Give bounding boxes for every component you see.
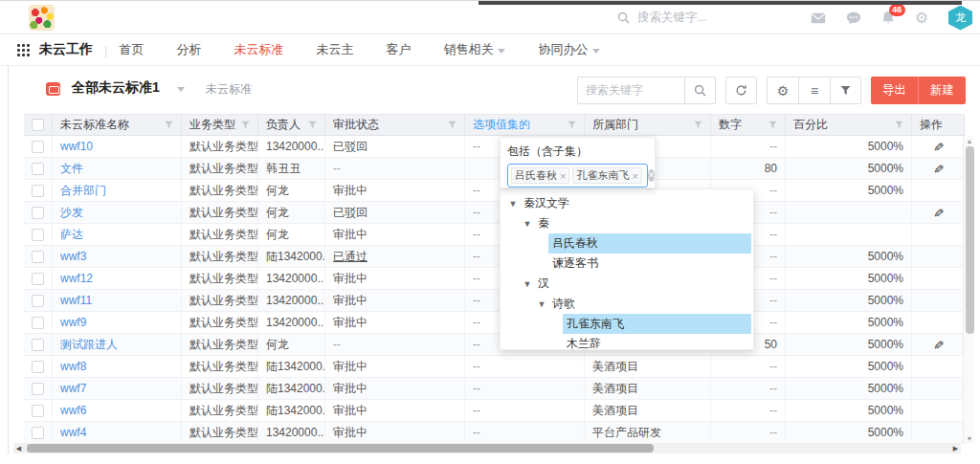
export-button[interactable]: 导出 xyxy=(871,77,919,104)
tree-collapse-icon[interactable]: ▼ xyxy=(521,279,534,289)
cell-name[interactable]: 文件 xyxy=(60,161,83,177)
row-checkbox[interactable] xyxy=(32,295,44,307)
chevron-down-icon[interactable] xyxy=(177,87,185,92)
column-header-pct[interactable]: 百分比 xyxy=(786,115,912,135)
gear-icon[interactable]: ⚙ xyxy=(915,11,928,26)
cell-name[interactable]: wwf12 xyxy=(60,272,93,285)
scroll-left-icon[interactable]: ◀ xyxy=(13,443,24,453)
cell-name[interactable]: wwf10 xyxy=(60,140,93,153)
nav-item-3[interactable]: 未云主 xyxy=(316,41,353,58)
remove-tag-icon[interactable]: × xyxy=(560,170,566,182)
tree-item-4[interactable]: ▼汉 xyxy=(501,274,753,294)
app-logo[interactable] xyxy=(29,5,55,31)
avatar[interactable]: 龙 xyxy=(948,6,972,31)
column-header-type[interactable]: 业务类型 xyxy=(182,115,258,135)
horizontal-scrollbar[interactable]: ◀ ▶ xyxy=(13,443,961,453)
column-header-approval[interactable]: 审批状态 xyxy=(325,115,465,135)
edit-pencil-icon[interactable]: ✎ xyxy=(930,141,946,152)
row-checkbox[interactable] xyxy=(32,251,44,263)
row-checkbox[interactable] xyxy=(32,185,44,197)
edit-pencil-icon[interactable]: ✎ xyxy=(930,163,946,174)
row-checkbox[interactable] xyxy=(32,141,44,153)
edit-pencil-icon[interactable]: ✎ xyxy=(930,339,946,350)
list-search-input[interactable]: 搜索关键字 xyxy=(577,77,684,104)
cell-name[interactable]: 测试跟进人 xyxy=(60,337,118,353)
edit-pencil-icon[interactable]: ✎ xyxy=(930,207,946,218)
nav-item-0[interactable]: 首页 xyxy=(119,41,144,58)
tree-collapse-icon[interactable]: ▼ xyxy=(535,299,548,309)
scroll-right-icon[interactable]: ▶ xyxy=(950,443,961,453)
row-checkbox[interactable] xyxy=(32,427,44,439)
tree-collapse-icon[interactable]: ▼ xyxy=(521,219,534,229)
nav-item-5[interactable]: 销售相关 xyxy=(443,41,505,58)
row-checkbox[interactable] xyxy=(32,273,44,285)
mail-icon[interactable] xyxy=(811,12,826,24)
tree-item-3[interactable]: 谏逐客书 xyxy=(501,254,753,274)
row-checkbox[interactable] xyxy=(32,383,44,395)
funnel-icon[interactable] xyxy=(308,121,317,129)
filter-button[interactable] xyxy=(830,77,861,104)
funnel-icon[interactable] xyxy=(694,121,702,129)
cell-name[interactable]: wwf8 xyxy=(60,360,86,373)
tree-item-2[interactable]: 吕氏春秋 xyxy=(501,233,753,254)
remove-tag-icon[interactable]: × xyxy=(632,170,637,182)
view-title[interactable]: 全部未云标准1 xyxy=(72,79,160,97)
refresh-button[interactable] xyxy=(725,77,757,104)
row-checkbox[interactable] xyxy=(32,163,44,175)
row-checkbox[interactable] xyxy=(32,317,44,329)
nav-item-6[interactable]: 协同办公 xyxy=(538,41,600,58)
tree-item-7[interactable]: 木兰辞 xyxy=(501,334,753,350)
row-checkbox[interactable] xyxy=(32,405,44,417)
tree-item-1[interactable]: ▼秦 xyxy=(501,213,753,233)
workspace-title[interactable]: 未云工作 xyxy=(39,41,93,58)
tree-collapse-icon[interactable]: ▼ xyxy=(506,199,520,209)
column-header-name[interactable]: 未云标准名称 xyxy=(53,115,182,135)
cell-name[interactable]: wwf4 xyxy=(60,426,86,439)
scroll-down-icon[interactable]: ▼ xyxy=(964,433,975,444)
column-header-owner[interactable]: 负责人 xyxy=(258,115,325,135)
filter-tag-input[interactable]: 吕氏春秋×孔雀东南飞× ✕ xyxy=(507,164,648,188)
nav-item-4[interactable]: 客户 xyxy=(386,41,411,58)
nav-item-1[interactable]: 分析 xyxy=(176,41,201,58)
scroll-up-icon[interactable]: ▲ xyxy=(964,136,975,146)
settings-button[interactable]: ⚙ xyxy=(767,77,798,104)
cell-name[interactable]: wwf7 xyxy=(60,382,86,395)
chat-icon[interactable] xyxy=(846,11,861,25)
funnel-icon[interactable] xyxy=(241,121,250,129)
cell-name[interactable]: wwf3 xyxy=(60,250,86,263)
cell-name[interactable]: wwf9 xyxy=(60,316,86,329)
cell-name[interactable]: wwf11 xyxy=(60,294,92,307)
column-header-optionset[interactable]: 选项值集的 xyxy=(465,115,585,135)
row-checkbox[interactable] xyxy=(32,229,44,241)
cell-name[interactable]: 合并部门 xyxy=(60,183,106,199)
funnel-icon[interactable] xyxy=(448,121,457,129)
column-header-op[interactable]: 操作 xyxy=(912,115,965,135)
funnel-icon[interactable] xyxy=(165,121,173,129)
cell-name[interactable]: wwf6 xyxy=(60,404,86,417)
app-launcher-grid-icon[interactable] xyxy=(17,44,30,56)
global-search[interactable]: 搜索关键字... xyxy=(617,1,707,34)
cell-name[interactable]: 沙发 xyxy=(60,205,83,221)
row-checkbox[interactable] xyxy=(32,361,44,373)
select-all-checkbox[interactable] xyxy=(32,119,44,131)
create-button[interactable]: 新建 xyxy=(919,77,966,104)
column-header-num[interactable]: 数字 xyxy=(711,115,786,135)
list-view-button[interactable]: ≡ xyxy=(798,77,830,104)
tree-item-5[interactable]: ▼诗歌 xyxy=(501,294,753,314)
funnel-icon[interactable] xyxy=(895,121,903,129)
tree-item-6[interactable]: 孔雀东南飞 xyxy=(501,314,753,334)
cell-name[interactable]: 萨达 xyxy=(60,227,83,243)
vertical-scrollbar[interactable]: ▲ ▼ xyxy=(963,136,974,444)
row-checkbox[interactable] xyxy=(32,339,44,351)
column-header-dept[interactable]: 所属部门 xyxy=(585,115,711,135)
funnel-icon[interactable] xyxy=(568,121,576,129)
funnel-icon[interactable] xyxy=(768,121,777,129)
vertical-scrollbar-thumb[interactable] xyxy=(966,146,974,334)
nav-item-2[interactable]: 未云标准 xyxy=(234,41,283,58)
row-checkbox[interactable] xyxy=(32,207,44,219)
horizontal-scrollbar-thumb[interactable] xyxy=(27,444,654,453)
bell-icon[interactable]: 46 xyxy=(881,11,895,25)
clear-input-icon[interactable]: ✕ xyxy=(648,169,656,182)
tree-item-0[interactable]: ▼秦汉文学 xyxy=(501,193,753,213)
list-search-button[interactable] xyxy=(684,77,716,104)
